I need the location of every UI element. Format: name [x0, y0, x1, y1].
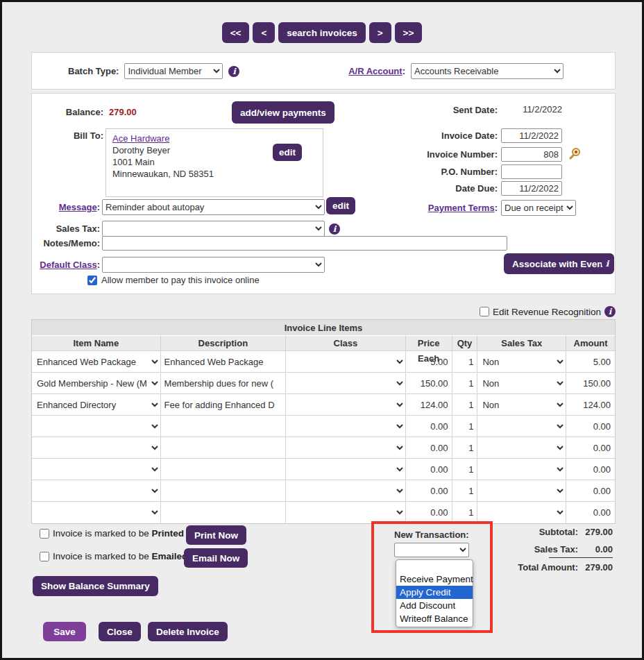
- default-class-select[interactable]: [102, 257, 325, 273]
- tax-select[interactable]: [477, 502, 566, 523]
- tax-select[interactable]: [477, 480, 566, 501]
- qty-input[interactable]: [452, 400, 477, 410]
- price-input[interactable]: [406, 507, 452, 518]
- associate-with-event-button[interactable]: Associate with Event: [504, 253, 614, 274]
- first-invoice-button[interactable]: <<: [222, 22, 250, 43]
- search-invoices-button[interactable]: search invoices: [278, 22, 365, 43]
- qty-input[interactable]: [452, 357, 477, 367]
- class-select[interactable]: [286, 394, 405, 415]
- edit-message-button[interactable]: edit: [326, 197, 355, 214]
- message-select[interactable]: Reminder about autopay: [102, 199, 325, 215]
- invoice-number-input[interactable]: [501, 147, 562, 162]
- dropdown-option-apply-credit[interactable]: Apply Credit: [396, 586, 473, 599]
- class-select[interactable]: [286, 502, 405, 523]
- qty-input[interactable]: [452, 507, 477, 518]
- invoice-lookup-icon[interactable]: [568, 147, 582, 161]
- ar-account-select[interactable]: Accounts Receivable: [411, 63, 564, 79]
- item-select[interactable]: [32, 480, 160, 501]
- batch-type-select[interactable]: Individual Member: [124, 63, 223, 79]
- price-input[interactable]: [406, 357, 452, 367]
- item-select[interactable]: Gold Membership - New (M: [32, 373, 160, 394]
- class-select[interactable]: [286, 480, 405, 501]
- associate-event-info-icon[interactable]: i: [602, 258, 613, 269]
- description-input[interactable]: [161, 400, 286, 410]
- add-view-payments-button[interactable]: add/view payments: [232, 101, 334, 124]
- edit-revenue-info-icon[interactable]: i: [604, 306, 616, 317]
- item-select[interactable]: [32, 437, 160, 458]
- description-input[interactable]: [161, 464, 286, 475]
- description-input[interactable]: [161, 507, 286, 518]
- description-input[interactable]: [161, 443, 286, 453]
- tax-select[interactable]: Non: [477, 394, 566, 415]
- sales-tax-select[interactable]: [102, 221, 325, 237]
- item-select[interactable]: Enhanced Web Package: [32, 351, 160, 372]
- item-select[interactable]: [32, 502, 160, 523]
- price-input[interactable]: [406, 443, 452, 453]
- amount-value: 124.00: [566, 400, 615, 410]
- description-input[interactable]: [161, 357, 286, 367]
- po-number-input[interactable]: [501, 164, 562, 179]
- dropdown-option-writeoff-balance[interactable]: Writeoff Balance: [396, 612, 473, 625]
- price-input[interactable]: [406, 378, 452, 389]
- item-select[interactable]: [32, 416, 160, 437]
- date-due-input[interactable]: [501, 181, 562, 196]
- line-items-title: Invoice Line Items: [32, 320, 615, 336]
- edit-revenue-label: Edit Revenue Recognition: [493, 307, 601, 317]
- class-select[interactable]: [286, 416, 405, 437]
- qty-input[interactable]: [452, 486, 477, 496]
- show-balance-summary-button[interactable]: Show Balance Summary: [33, 576, 158, 596]
- edit-bill-to-button[interactable]: edit: [273, 144, 302, 161]
- balance-label: Balance:: [32, 107, 103, 117]
- tax-select[interactable]: Non: [477, 373, 566, 394]
- qty-input[interactable]: [452, 378, 477, 389]
- tax-select[interactable]: [477, 459, 566, 480]
- qty-input[interactable]: [452, 464, 477, 475]
- delete-invoice-button[interactable]: Delete Invoice: [148, 622, 228, 641]
- payment-terms-select[interactable]: Due on receipt: [501, 200, 576, 216]
- class-select[interactable]: [286, 437, 405, 458]
- invoice-date-label: Invoice Date:: [359, 130, 498, 141]
- tax-select[interactable]: [477, 437, 566, 458]
- price-input[interactable]: [406, 486, 452, 496]
- dropdown-option-add-discount[interactable]: Add Discount: [396, 599, 473, 612]
- qty-input[interactable]: [452, 421, 477, 432]
- notes-memo-input[interactable]: [102, 236, 507, 251]
- price-input[interactable]: [406, 421, 452, 432]
- printed-checkbox[interactable]: [40, 529, 49, 539]
- tax-select[interactable]: Non: [477, 351, 566, 372]
- dropdown-option-receive-payment[interactable]: Receive Payment: [396, 573, 473, 586]
- emailed-checkbox[interactable]: [40, 552, 49, 561]
- next-invoice-button[interactable]: >: [369, 22, 391, 43]
- prev-invoice-button[interactable]: <: [253, 22, 275, 43]
- tax-select[interactable]: [477, 416, 566, 437]
- new-transaction-select[interactable]: [394, 543, 469, 557]
- description-input[interactable]: [161, 421, 286, 432]
- class-select[interactable]: [286, 459, 405, 480]
- description-input[interactable]: [161, 378, 286, 389]
- batch-type-info-icon[interactable]: i: [228, 66, 239, 77]
- message-link[interactable]: Message: [59, 202, 97, 212]
- bill-to-company-link[interactable]: Ace Hardware: [112, 133, 169, 144]
- dropdown-option-blank[interactable]: [396, 561, 473, 573]
- class-select[interactable]: [286, 351, 405, 372]
- ar-account-link[interactable]: A/R Account: [348, 66, 402, 76]
- qty-input[interactable]: [452, 443, 477, 453]
- description-input[interactable]: [161, 486, 286, 496]
- price-input[interactable]: [406, 400, 452, 410]
- close-button[interactable]: Close: [99, 622, 141, 641]
- save-button[interactable]: Save: [43, 622, 86, 641]
- class-select[interactable]: [286, 373, 405, 394]
- last-invoice-button[interactable]: >>: [395, 22, 423, 43]
- payment-terms-link[interactable]: Payment Terms: [428, 203, 495, 213]
- item-select[interactable]: Enhanced Directory: [32, 394, 160, 415]
- print-now-button[interactable]: Print Now: [186, 525, 246, 545]
- email-now-button[interactable]: Email Now: [184, 548, 248, 568]
- price-input[interactable]: [406, 464, 452, 475]
- sales-tax-info-icon[interactable]: i: [329, 223, 340, 235]
- edit-revenue-checkbox[interactable]: [480, 307, 489, 316]
- default-class-link[interactable]: Default Class: [40, 260, 96, 270]
- item-select[interactable]: [32, 459, 160, 480]
- invoice-date-input[interactable]: [501, 128, 562, 143]
- line-item-row: 0.00: [32, 416, 615, 437]
- allow-online-checkbox[interactable]: [87, 276, 97, 285]
